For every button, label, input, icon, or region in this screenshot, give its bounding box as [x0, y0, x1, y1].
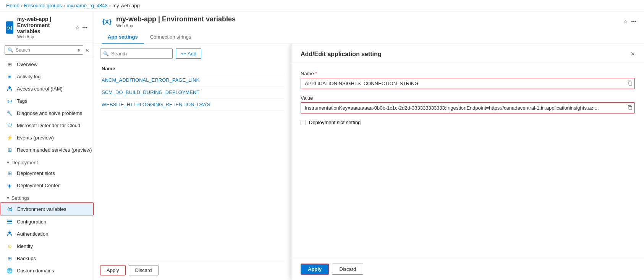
- breadcrumb-home[interactable]: Home: [6, 3, 19, 8]
- sidebar-item-label: Deployment Center: [17, 183, 60, 188]
- sidebar-item-defender[interactable]: 🛡 Microsoft Defender for Cloud: [0, 119, 94, 131]
- more-icon[interactable]: •••: [82, 25, 87, 31]
- svg-rect-3: [7, 223, 12, 223]
- table-row: WEBSITE_HTTPLOGGING_RETENTION_DAYS: [100, 99, 285, 111]
- sidebar-item-overview[interactable]: ⊞ Overview: [0, 58, 94, 70]
- deployment-slot-label[interactable]: Deployment slot setting: [309, 120, 361, 125]
- overview-icon: ⊞: [6, 61, 13, 68]
- sidebar-item-tags[interactable]: 🏷 Tags: [0, 95, 94, 107]
- deployment-slots-icon: ⊞: [6, 170, 13, 176]
- sidebar-search-clear[interactable]: ×: [78, 47, 80, 53]
- page-header: {x} my-web-app | Environment variables W…: [94, 11, 644, 44]
- panel-discard-button[interactable]: Discard: [332, 264, 363, 275]
- sidebar-item-backups[interactable]: ⊞ Backups: [0, 252, 94, 264]
- tab-app-settings[interactable]: App settings: [102, 31, 144, 44]
- sidebar-item-label: Deployment slots: [17, 170, 55, 176]
- sidebar-item-label: Microsoft Defender for Cloud: [17, 123, 80, 128]
- sidebar-item-deployment-slots[interactable]: ⊞ Deployment slots: [0, 167, 94, 179]
- panel-header: Add/Edit application setting ×: [291, 44, 644, 63]
- value-input[interactable]: [301, 102, 635, 113]
- sidebar-item-label: Events (preview): [17, 135, 54, 141]
- sidebar-item-custom-domains[interactable]: 🌐 Custom domains: [0, 264, 94, 277]
- sidebar-title: my-web-app | Environment variables: [17, 16, 72, 34]
- sidebar-item-access-control[interactable]: Access control (IAM): [0, 83, 94, 95]
- page-subtitle: Web App: [116, 23, 236, 28]
- value-input-wrap: [301, 102, 635, 113]
- sidebar-search-input[interactable]: [5, 45, 83, 55]
- add-edit-panel: Add/Edit application setting × Name *: [291, 44, 644, 280]
- split-content: 🔍 + + Add Name ANCM_ADDITIONAL_ERROR_PAG…: [94, 44, 644, 280]
- tab-connection-strings[interactable]: Connection strings: [144, 31, 197, 44]
- apply-button[interactable]: Apply: [100, 265, 126, 275]
- sidebar-item-environment-variables[interactable]: {x} Environment variables: [0, 202, 94, 215]
- table-row: ANCM_ADDITIONAL_ERROR_PAGE_LINK: [100, 74, 285, 86]
- panel-title: Add/Edit application setting: [301, 51, 382, 58]
- svg-point-0: [8, 86, 11, 89]
- authentication-icon: [6, 230, 13, 237]
- env-var-link[interactable]: WEBSITE_HTTPLOGGING_RETENTION_DAYS: [102, 102, 210, 107]
- sidebar-item-label: Environment variables: [17, 206, 66, 212]
- env-toolbar: 🔍 + + Add: [100, 49, 285, 59]
- name-label: Name *: [301, 71, 635, 76]
- svg-point-4: [8, 231, 11, 234]
- app-icon: {x}: [6, 21, 13, 34]
- sidebar-header: {x} my-web-app | Environment variables W…: [0, 11, 94, 42]
- panel-body: Name *: [291, 63, 644, 258]
- discard-button[interactable]: Discard: [129, 265, 159, 275]
- name-input-wrap: [301, 78, 635, 89]
- panel-close-button[interactable]: ×: [631, 50, 635, 58]
- deployment-section-label: ▼ Deployment: [0, 156, 94, 167]
- sidebar-item-events[interactable]: ⚡ Events (preview): [0, 131, 94, 144]
- sidebar-item-label: Backups: [17, 256, 36, 261]
- panel-footer: Apply Discard: [291, 258, 644, 280]
- name-copy-button[interactable]: [627, 80, 633, 87]
- sidebar-collapse-btn[interactable]: «: [86, 47, 89, 53]
- add-button[interactable]: + + Add: [176, 49, 201, 59]
- value-field: Value: [301, 95, 635, 113]
- deployment-slot-checkbox[interactable]: [301, 120, 306, 125]
- name-field: Name *: [301, 71, 635, 89]
- favorite-icon[interactable]: ☆: [75, 25, 80, 31]
- breadcrumb-app: my-web-app: [112, 3, 140, 8]
- env-search-input[interactable]: [100, 49, 173, 59]
- plus-icon: +: [181, 51, 184, 57]
- breadcrumb-rg-link[interactable]: Resource groups: [24, 3, 62, 8]
- content-area: {x} my-web-app | Environment variables W…: [94, 11, 644, 280]
- env-vars-icon: {x}: [6, 206, 13, 212]
- breadcrumb: Home › Resource groups › my.name_rg_4843…: [0, 0, 644, 11]
- panel-apply-button[interactable]: Apply: [301, 264, 329, 275]
- value-label: Value: [301, 95, 635, 101]
- env-var-list-pane: 🔍 + + Add Name ANCM_ADDITIONAL_ERROR_PAG…: [94, 44, 291, 280]
- sidebar-item-label: Tags: [17, 98, 27, 104]
- page-title: my-web-app | Environment variables: [116, 15, 236, 23]
- configuration-icon: [6, 218, 13, 225]
- breadcrumb-rg-name[interactable]: my.name_rg_4843: [66, 3, 107, 8]
- activity-log-icon: ≡: [6, 73, 13, 80]
- sidebar-item-recommended[interactable]: ⊞ Recommended services (preview): [0, 144, 94, 156]
- tags-icon: 🏷: [6, 97, 13, 104]
- sidebar-item-deployment-center[interactable]: ◈ Deployment Center: [0, 179, 94, 191]
- sidebar-item-label: Configuration: [17, 219, 46, 225]
- settings-section-label: ▼ Settings: [0, 191, 94, 202]
- sidebar-item-label: Custom domains: [17, 268, 54, 274]
- more-btn[interactable]: •••: [631, 19, 636, 24]
- env-var-link[interactable]: ANCM_ADDITIONAL_ERROR_PAGE_LINK: [102, 77, 199, 83]
- sidebar-item-authentication[interactable]: Authentication: [0, 228, 94, 240]
- env-table: Name ANCM_ADDITIONAL_ERROR_PAGE_LINK SCM…: [100, 63, 285, 162]
- sidebar-search-icon: 🔍: [8, 47, 13, 53]
- sidebar-item-identity[interactable]: ⊙ Identity: [0, 240, 94, 252]
- chevron-down-icon: ▼: [6, 160, 10, 165]
- name-input[interactable]: [301, 78, 635, 89]
- favorite-btn[interactable]: ☆: [623, 19, 628, 24]
- sidebar-item-label: Authentication: [17, 231, 48, 237]
- value-copy-button[interactable]: [627, 105, 633, 111]
- chevron-down-icon: ▼: [6, 196, 10, 200]
- sidebar-item-activity-log[interactable]: ≡ Activity log: [0, 70, 94, 83]
- tabs: App settings Connection strings: [102, 31, 636, 44]
- sidebar-item-diagnose[interactable]: 🔧 Diagnose and solve problems: [0, 107, 94, 119]
- env-var-link[interactable]: SCM_DO_BUILD_DURING_DEPLOYMENT: [102, 89, 199, 95]
- sidebar-subtitle: Web App: [17, 34, 72, 39]
- table-row: SCM_DO_BUILD_DURING_DEPLOYMENT: [100, 86, 285, 99]
- sidebar-item-configuration[interactable]: Configuration: [0, 215, 94, 228]
- identity-icon: ⊙: [6, 243, 13, 249]
